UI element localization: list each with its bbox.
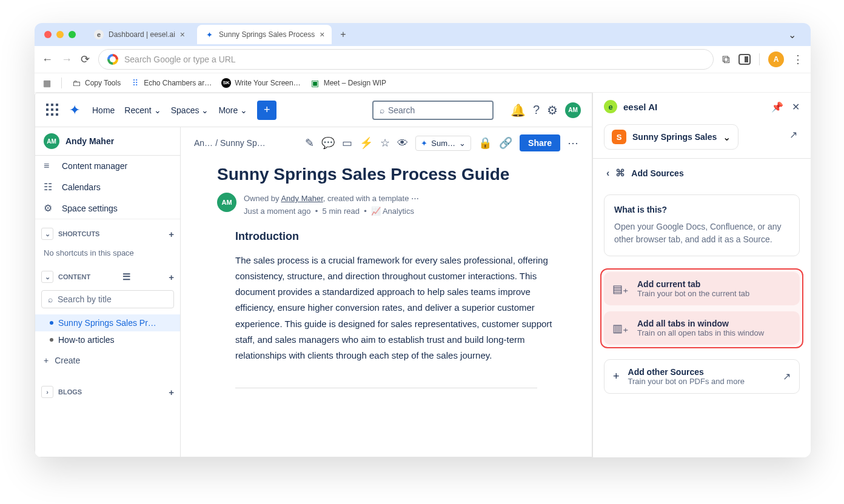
add-shortcut-icon[interactable]: + — [169, 229, 174, 239]
chevron-down-icon[interactable]: ⌄ — [41, 271, 53, 283]
add-all-tabs-card[interactable]: ▥₊ Add all tabs in window Train on all o… — [604, 311, 800, 345]
back-icon[interactable]: ← — [42, 53, 53, 66]
close-tab-icon[interactable]: × — [320, 30, 324, 39]
lock-icon[interactable]: 🔒 — [478, 136, 492, 150]
maximize-window-icon[interactable] — [69, 31, 76, 38]
sidebar-item-calendars[interactable]: ☷Calendars — [35, 176, 180, 197]
pin-icon[interactable]: 📌 — [771, 101, 783, 113]
confluence-search-input[interactable]: ⌕ Search — [372, 101, 494, 120]
sidebar-item-space-settings[interactable]: ⚙Space settings — [35, 197, 180, 219]
window-controls — [44, 31, 76, 38]
gear-icon: ⚙ — [44, 202, 55, 214]
expand-icon[interactable]: ↗ — [789, 129, 797, 141]
bookmark-item[interactable]: SKWrite Your Screen… — [221, 78, 301, 88]
tab-add-icon: ▤₊ — [612, 282, 629, 296]
address-input[interactable]: Search Google or type a URL — [98, 49, 714, 70]
kebab-menu-icon[interactable]: ⋮ — [792, 53, 803, 66]
tab-confluence[interactable]: ✦ Sunny Springs Sales Process × — [197, 25, 332, 44]
add-blog-icon[interactable]: + — [169, 387, 174, 397]
create-button[interactable]: + — [257, 101, 276, 120]
analytics-icon: 📈 — [371, 207, 381, 216]
chevron-right-icon[interactable]: › — [41, 386, 53, 398]
page-meta: AM Owned by Andy Maher, created with a t… — [181, 193, 592, 218]
confluence-main: An… / Sunny Spri… ✎ 💬 ▭ ⚡ ☆ 👁 ✦ Sum… ⌄ — [181, 127, 592, 457]
shortcuts-header[interactable]: ⌄SHORTCUTS+ — [35, 224, 180, 244]
tree-item-sunny-springs[interactable]: Sunny Springs Sales Pr… — [35, 314, 180, 331]
analytics-link[interactable]: Analytics — [383, 207, 414, 216]
forward-icon[interactable]: → — [61, 53, 72, 66]
address-placeholder: Search Google or type a URL — [124, 55, 236, 64]
link-icon[interactable]: 🔗 — [499, 136, 512, 150]
eesel-favicon-icon: e — [94, 30, 104, 39]
close-panel-icon[interactable]: ✕ — [792, 101, 800, 113]
watch-icon[interactable]: 👁 — [397, 137, 408, 150]
comment-icon[interactable]: 💬 — [321, 136, 335, 150]
star-icon[interactable]: ☆ — [380, 136, 390, 150]
new-tab-button[interactable]: + — [337, 29, 349, 40]
info-card: What is this? Open your Google Docs, Con… — [604, 194, 800, 256]
summarize-dropdown[interactable]: ✦ Sum… ⌄ — [415, 136, 471, 151]
bolt-icon[interactable]: ⚡ — [360, 136, 373, 150]
address-bar: ← → ⟳ Search Google or type a URL ⧉ A ⋮ — [35, 46, 811, 73]
bookmark-item[interactable]: 🗀Copy Tools — [72, 78, 121, 88]
apps-grid-icon[interactable]: ▦ — [42, 78, 52, 88]
minimize-window-icon[interactable] — [56, 31, 64, 38]
sources-icon: ⌘ — [615, 167, 625, 179]
sidebar-item-content-manager[interactable]: ≡Content manager — [35, 156, 180, 176]
reload-icon[interactable]: ⟳ — [81, 53, 90, 66]
bookmark-item[interactable]: ▣Meet – Design WIP — [310, 78, 386, 88]
settings-icon[interactable]: ⚙ — [547, 103, 558, 118]
add-other-sources-card[interactable]: + Add other Sources Train your bot on PD… — [604, 359, 800, 394]
panel-header: e eesel AI 📌 ✕ — [593, 93, 811, 121]
more-icon[interactable]: ⋯ — [568, 136, 578, 150]
panel-subheader: ‹ ⌘ Add Sources — [593, 158, 811, 187]
list-icon: ≡ — [44, 161, 55, 171]
app-switcher-icon[interactable] — [46, 104, 59, 117]
tree-item-how-to[interactable]: How-to articles — [35, 331, 180, 348]
close-window-icon[interactable] — [44, 31, 52, 38]
meet-icon: ▣ — [310, 78, 320, 88]
confluence-logo-icon[interactable]: ✦ — [69, 104, 82, 117]
user-avatar: AM — [44, 133, 59, 149]
chevron-down-icon[interactable]: ⌄ — [41, 228, 53, 240]
add-current-tab-card[interactable]: ▤₊ Add current tab Train your bot on the… — [604, 272, 800, 305]
blogs-header[interactable]: ›BLOGS+ — [35, 382, 180, 402]
nav-recent[interactable]: Recent ⌄ — [124, 105, 161, 115]
more-dots-icon[interactable]: ⋯ — [411, 194, 419, 203]
video-icon[interactable]: ▭ — [342, 136, 352, 150]
author-link[interactable]: Andy Maher — [281, 194, 323, 203]
grid-icon: ⠿ — [130, 78, 140, 88]
user-avatar[interactable]: AM — [565, 102, 581, 118]
add-content-icon[interactable]: + — [169, 272, 174, 282]
bookmark-item[interactable]: ⠿Echo Chambers ar… — [130, 78, 212, 88]
panel-title: eesel AI — [623, 102, 657, 112]
close-tab-icon[interactable]: × — [180, 30, 185, 39]
author-avatar[interactable]: AM — [217, 193, 236, 212]
nav-spaces[interactable]: Spaces ⌄ — [171, 105, 209, 115]
nav-more[interactable]: More ⌄ — [218, 105, 247, 115]
extensions-icon[interactable]: ⧉ — [722, 53, 730, 66]
plus-icon: + — [44, 356, 49, 365]
notification-icon[interactable]: 🔔 — [511, 103, 526, 118]
tab-eesel[interactable]: e Dashboard | eesel.ai × — [87, 25, 192, 44]
bot-selector[interactable]: S Sunny Springs Sales ⌄ — [604, 124, 738, 150]
sk-icon: SK — [221, 78, 231, 88]
content-header[interactable]: ⌄CONTENT☰+ — [35, 267, 180, 287]
content-search-input[interactable]: ⌕Search by title — [41, 290, 174, 308]
edit-icon[interactable]: ✎ — [305, 136, 314, 150]
section-heading: Introduction — [235, 230, 555, 243]
create-content-button[interactable]: +Create — [35, 351, 180, 370]
eesel-panel: e eesel AI 📌 ✕ S Sunny Springs Sales ⌄ ↗… — [592, 93, 811, 457]
help-icon[interactable]: ? — [533, 103, 540, 117]
back-icon[interactable]: ‹ — [606, 168, 609, 179]
folder-icon: 🗀 — [72, 78, 81, 88]
side-panel-icon[interactable] — [738, 54, 751, 65]
profile-avatar[interactable]: A — [768, 51, 784, 67]
bullet-icon — [50, 321, 53, 325]
breadcrumb[interactable]: An… / Sunny Spri… — [194, 138, 267, 148]
sidebar-user[interactable]: AM Andy Maher — [35, 127, 180, 156]
filter-icon[interactable]: ☰ — [122, 271, 130, 282]
nav-home[interactable]: Home — [92, 105, 115, 115]
tab-overflow-button[interactable]: ⌄ — [783, 27, 801, 43]
share-button[interactable]: Share — [520, 134, 560, 151]
